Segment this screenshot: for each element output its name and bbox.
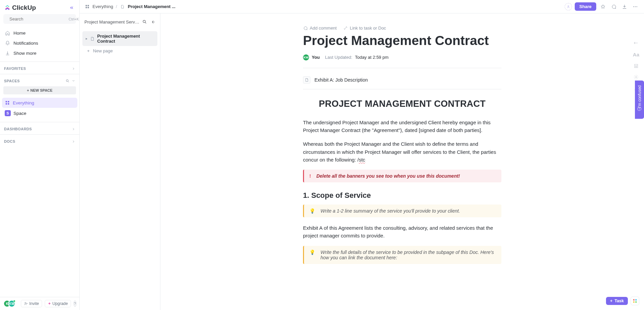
svg-point-1 xyxy=(66,80,68,82)
chevron-down-icon[interactable] xyxy=(72,79,75,83)
sparkle-icon: ✦ xyxy=(48,301,51,306)
collapse-sidebar-button[interactable] xyxy=(68,4,75,11)
author-row: KW You Last Updated: Today at 2:59 pm xyxy=(303,54,501,60)
updated-value: Today at 2:59 pm xyxy=(355,55,389,60)
chevron-double-left-icon xyxy=(69,5,74,10)
more-button[interactable] xyxy=(631,3,639,11)
help-button[interactable]: ? xyxy=(74,301,76,307)
search-input[interactable] xyxy=(9,16,66,21)
breadcrumb-root[interactable]: Everything xyxy=(92,4,113,9)
topbar: Everything / Project Management ... Shar… xyxy=(80,0,644,13)
template-icon[interactable] xyxy=(634,63,639,69)
plus-icon: + xyxy=(610,299,612,303)
chevron-right-icon xyxy=(72,127,75,131)
invite-button[interactable]: Invite xyxy=(21,300,42,307)
nav-notifications[interactable]: Notifications xyxy=(2,38,77,48)
feedback-tab[interactable]: ⓘ I'm confused xyxy=(635,81,644,119)
search-icon[interactable] xyxy=(142,19,147,24)
info-icon: ⓘ xyxy=(637,110,642,114)
breadcrumb: Everything / Project Management ... xyxy=(84,4,176,9)
exhibit-link[interactable]: Exhibit A: Job Description xyxy=(303,74,501,89)
person-icon xyxy=(567,5,570,8)
chevron-right-icon xyxy=(72,140,75,143)
new-task-button[interactable]: + Task xyxy=(606,297,628,305)
avatar: KW xyxy=(8,300,15,307)
add-comment-button[interactable]: Add comment xyxy=(303,26,337,31)
paragraph[interactable]: Exhibit A of this Agreement lists the co… xyxy=(303,224,501,240)
callout-tip[interactable]: 💡 Write a 1-2 line summary of the servic… xyxy=(303,205,501,217)
grid-color-icon xyxy=(633,299,637,303)
wand-icon xyxy=(343,26,348,30)
svg-point-6 xyxy=(25,302,26,304)
callout-tip[interactable]: 💡 Write the full details of the service … xyxy=(303,246,501,264)
svg-rect-2 xyxy=(6,101,7,102)
svg-rect-17 xyxy=(633,299,635,301)
feedback-label: I'm confused xyxy=(637,85,642,108)
new-page-button[interactable]: + New page xyxy=(82,46,157,56)
space-item[interactable]: S Space xyxy=(2,108,77,119)
svg-rect-4 xyxy=(6,103,7,104)
assignee-add-button[interactable] xyxy=(565,3,572,10)
callout-text: Delete all the banners you see too when … xyxy=(316,173,460,179)
author-avatar[interactable]: KW xyxy=(303,54,309,60)
doc-icon xyxy=(120,4,125,9)
apps-button[interactable] xyxy=(631,297,639,305)
spellcheck-word[interactable]: stc xyxy=(359,157,365,163)
lightbulb-icon: 💡 xyxy=(309,208,315,214)
svg-rect-8 xyxy=(87,5,89,6)
svg-rect-19 xyxy=(633,301,635,303)
section-spaces[interactable]: SPACES xyxy=(0,74,79,86)
new-space-button[interactable]: +NEW SPACE xyxy=(3,86,76,94)
doc-scroll[interactable]: Add comment Link to task or Doc Project … xyxy=(160,13,644,310)
typography-icon[interactable]: Aa xyxy=(633,52,639,57)
section-label: DOCS xyxy=(4,139,15,143)
exhibit-label: Exhibit A: Job Description xyxy=(314,77,368,83)
updated-label: Last Updated: xyxy=(325,55,352,60)
settings-icon[interactable] xyxy=(634,75,639,80)
chevron-right-icon xyxy=(72,67,75,71)
svg-point-16 xyxy=(636,77,637,78)
callout-warning[interactable]: ! Delete all the banners you see too whe… xyxy=(303,170,501,182)
comment-icon xyxy=(303,26,308,31)
user-avatars[interactable]: K KW xyxy=(3,300,15,307)
person-add-icon xyxy=(24,302,28,306)
import-button[interactable] xyxy=(620,3,629,11)
svg-point-13 xyxy=(635,6,636,7)
section-docs[interactable]: DOCS xyxy=(0,135,79,147)
nav-home[interactable]: Home xyxy=(2,28,77,38)
section-favorites[interactable]: FAVORITES xyxy=(0,62,79,74)
comment-button[interactable] xyxy=(610,3,618,11)
share-button[interactable]: Share xyxy=(575,2,596,11)
page-row[interactable]: ▸ Project Management Contract xyxy=(82,31,157,46)
doc-subheading[interactable]: 1. Scope of Service xyxy=(303,191,501,200)
paragraph[interactable]: Whereas both the Project Manager and the… xyxy=(303,140,501,164)
outline-title[interactable]: Project Management Services Co... xyxy=(84,19,140,25)
section-dashboards[interactable]: DASHBOARDS xyxy=(0,122,79,134)
sidebar: ClickUp Ctrl+K Home Notifications Show m… xyxy=(0,0,80,310)
search-shortcut: Ctrl+K xyxy=(69,17,79,21)
search-icon[interactable] xyxy=(66,79,70,83)
divider xyxy=(303,68,501,68)
search-input-container[interactable]: Ctrl+K xyxy=(3,14,76,24)
upgrade-button[interactable]: ✦ Upgrade xyxy=(45,300,71,307)
doc-title[interactable]: Project Management Contract xyxy=(303,33,501,48)
link-task-button[interactable]: Link to task or Doc xyxy=(343,26,386,31)
svg-point-11 xyxy=(568,5,569,6)
doc-icon xyxy=(303,76,310,84)
collapse-outline-icon[interactable] xyxy=(150,19,155,25)
invite-label: Invite xyxy=(29,301,39,306)
breadcrumb-current[interactable]: Project Management ... xyxy=(128,4,176,9)
section-label: FAVORITES xyxy=(4,67,26,71)
section-label: SPACES xyxy=(4,79,20,83)
paragraph[interactable]: The undersigned Project Manager and the … xyxy=(303,119,501,134)
plus-icon: + xyxy=(87,48,90,53)
doc-heading[interactable]: PROJECT MANAGEMENT CONTRACT xyxy=(303,99,501,109)
svg-rect-18 xyxy=(635,299,637,301)
svg-point-15 xyxy=(143,20,145,23)
plus-icon: + xyxy=(27,88,29,92)
space-everything[interactable]: Everything xyxy=(2,98,77,108)
star-button[interactable] xyxy=(599,3,607,11)
expand-icon[interactable] xyxy=(633,40,639,46)
nav-show-more[interactable]: Show more xyxy=(2,48,77,58)
app-logo[interactable]: ClickUp xyxy=(4,4,36,11)
